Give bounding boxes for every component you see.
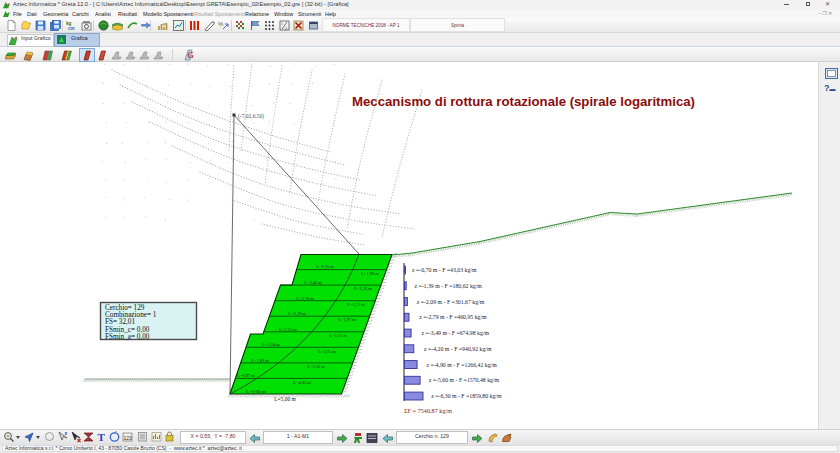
- svg-text:μ: μ: [163, 21, 166, 26]
- svg-text:z =-4,90 m - F =1266,42 kg/m: z =-4,90 m - F =1266,42 kg/m: [426, 362, 497, 368]
- svg-text:z =-1,39 m - F =180,62 kg/m: z =-1,39 m - F =180,62 kg/m: [414, 283, 482, 289]
- svg-text:L=5,00 m: L=5,00 m: [274, 396, 296, 402]
- svg-text:z =-0,70 m - F =43,03 kg/m: z =-0,70 m - F =43,03 kg/m: [412, 267, 477, 273]
- svg-text:%: %: [218, 21, 224, 27]
- svg-text:FSmin_a= 0,00: FSmin_a= 0,00: [105, 333, 150, 341]
- svg-text:G: G: [188, 51, 194, 60]
- svg-text:z =-2,09 m - F =301,67 kg/m: z =-2,09 m - F =301,67 kg/m: [417, 299, 485, 305]
- svg-text:(-7,02,6,50): (-7,02,6,50): [238, 113, 264, 120]
- svg-text:1: 1: [281, 21, 283, 26]
- svg-text:z =-2,79 m - F =460,95 kg/m: z =-2,79 m - F =460,95 kg/m: [419, 314, 487, 320]
- svg-text:ΣF = 7540,87 kg/m: ΣF = 7540,87 kg/m: [404, 407, 452, 414]
- svg-text:123: 123: [124, 435, 133, 441]
- svg-text:T: T: [98, 431, 106, 443]
- svg-text:z =-4,20 m - F =940,92 kg/m: z =-4,20 m - F =940,92 kg/m: [424, 346, 492, 352]
- svg-text:2: 2: [285, 26, 287, 31]
- svg-text:z =-3,49 m - F =674,98 kg/m: z =-3,49 m - F =674,98 kg/m: [422, 330, 490, 336]
- svg-text:cm: cm: [68, 26, 75, 31]
- svg-text:z =-5,60 m - F =1570,48 kg/m: z =-5,60 m - F =1570,48 kg/m: [429, 377, 500, 383]
- svg-text:z =-6,30 m - F =1859,80 kg/m: z =-6,30 m - F =1859,80 kg/m: [431, 393, 502, 399]
